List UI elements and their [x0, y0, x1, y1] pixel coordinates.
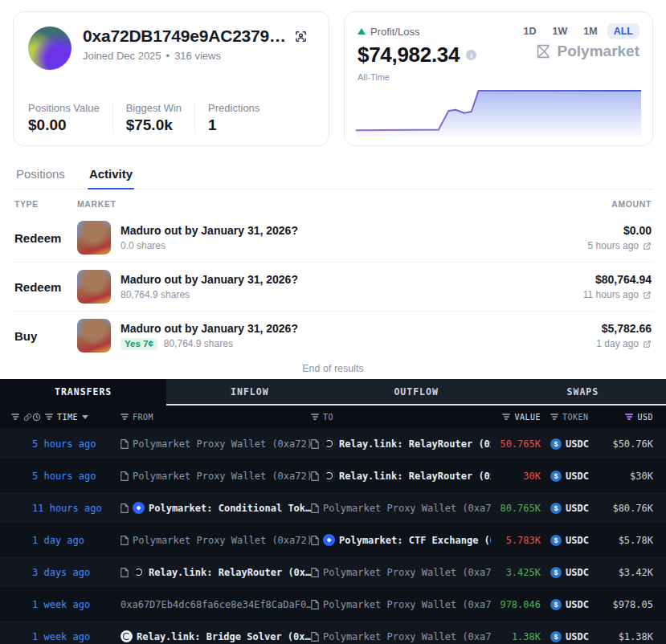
tab-positions[interactable]: Positions	[14, 161, 67, 189]
stat-predictions: Predictions 1	[194, 102, 272, 134]
meta-separator: •	[166, 50, 170, 62]
address-logo-icon	[133, 566, 145, 578]
filter-icon[interactable]	[45, 414, 53, 420]
transfer-time-link[interactable]: 1 week ago	[32, 599, 121, 610]
document-icon[interactable]	[311, 568, 319, 577]
amount-value: $5,782.66	[499, 322, 652, 335]
usdc-icon: $	[550, 567, 562, 578]
info-icon[interactable]: i	[466, 50, 476, 60]
market-title[interactable]: Maduro out by January 31, 2026?	[121, 322, 298, 335]
timeframe-switcher: 1D1W1MALL	[517, 23, 639, 39]
to-address[interactable]: Polymarket: CTF Exchange (0…	[311, 534, 491, 546]
timeframe-1m[interactable]: 1M	[577, 23, 603, 39]
from-address[interactable]: Polymarket Proxy Wallet (0xa72)	[121, 471, 311, 482]
filter-icon-active[interactable]	[625, 414, 633, 420]
filter-icon[interactable]	[550, 414, 558, 420]
transfer-row[interactable]: 5 hours ago Polymarket Proxy Wallet (0xa…	[0, 460, 666, 492]
to-address[interactable]: Polymarket Proxy Wallet (0xa72)	[311, 599, 491, 610]
token-cell: $ USDC	[541, 599, 600, 610]
transfer-row[interactable]: 1 week ago Relay.link: Bridge Solver (0x…	[0, 621, 666, 644]
usd-value: $50.76K	[600, 438, 653, 450]
market-title[interactable]: Maduro out by January 31, 2026?	[121, 224, 298, 237]
link-icon[interactable]	[23, 413, 32, 422]
external-link-icon[interactable]	[643, 291, 652, 300]
activity-row[interactable]: Redeem Maduro out by January 31, 2026? 0…	[13, 214, 653, 263]
token-cell: $ USDC	[541, 535, 600, 546]
from-address[interactable]: 0xa67D7Eb4dc68fa6ce8e34Ef8CaDaF0…	[121, 599, 311, 610]
header-from[interactable]: FROM	[121, 413, 311, 422]
polymarket-brand: Polymarket	[534, 43, 639, 60]
header-time[interactable]: TIME	[32, 413, 121, 422]
document-icon[interactable]	[121, 568, 129, 577]
activity-row[interactable]: Redeem Maduro out by January 31, 2026? 8…	[13, 263, 653, 312]
from-address[interactable]: Polymarket: Conditional Tok…	[121, 502, 311, 514]
address-logo-icon	[323, 438, 335, 450]
market-title[interactable]: Maduro out by January 31, 2026?	[121, 273, 298, 286]
profile-stats: Positions Value $0.00 Biggest Win $75.0k…	[28, 102, 314, 134]
timeframe-1w[interactable]: 1W	[546, 23, 574, 39]
transfer-row[interactable]: 1 day ago Polymarket Proxy Wallet (0xa72…	[0, 524, 666, 556]
document-icon[interactable]	[311, 536, 319, 545]
header-to[interactable]: TO	[311, 413, 491, 422]
from-address[interactable]: Relay.link: RelayRouter (0x…	[121, 566, 311, 578]
transfer-time-link[interactable]: 3 days ago	[32, 567, 121, 578]
transfers-tab-transfers[interactable]: TRANSFERS	[0, 379, 166, 406]
external-link-icon[interactable]	[643, 340, 652, 348]
document-icon[interactable]	[311, 600, 319, 609]
filter-icon[interactable]	[121, 414, 129, 420]
from-address[interactable]: Polymarket Proxy Wallet (0xa72)	[121, 438, 311, 450]
document-icon[interactable]	[121, 471, 129, 481]
to-address[interactable]: Polymarket Proxy Wallet (0xa72)	[311, 631, 491, 642]
to-address[interactable]: Relay.link: RelayRouter (0x…	[311, 438, 491, 450]
time-ago: 1 day ago	[596, 338, 639, 349]
joined-date: Joined Dec 2025	[83, 50, 161, 62]
amount-value: $80,764.94	[499, 273, 652, 286]
usd-value: $1.38K	[600, 631, 653, 642]
header-usd[interactable]: USD	[600, 413, 653, 422]
document-icon[interactable]	[311, 503, 319, 513]
shares-label: 80,764.9 shares	[164, 338, 233, 349]
to-address[interactable]: Relay.link: RelayRouter (0x…	[311, 470, 491, 482]
to-address[interactable]: Polymarket Proxy Wallet (0xa72)	[311, 567, 491, 578]
chevron-down-icon[interactable]	[82, 415, 88, 419]
transfers-tab-swaps[interactable]: SWAPS	[500, 379, 666, 406]
amount-value: $0.00	[499, 224, 652, 237]
header-filter-link[interactable]	[11, 413, 32, 422]
external-link-icon[interactable]	[643, 242, 652, 251]
from-address[interactable]: Relay.link: Bridge Solver (0x…	[121, 630, 311, 642]
tab-activity[interactable]: Activity	[88, 161, 134, 189]
document-icon[interactable]	[311, 632, 319, 642]
filter-icon[interactable]	[311, 414, 319, 420]
activity-row[interactable]: Buy Maduro out by January 31, 2026? Yes …	[13, 312, 653, 360]
market-thumbnail	[77, 221, 111, 255]
transfer-row[interactable]: 1 week ago 0xa67D7Eb4dc68fa6ce8e34Ef8CaD…	[0, 589, 666, 621]
document-icon[interactable]	[121, 503, 129, 513]
from-address[interactable]: Polymarket Proxy Wallet (0xa72)	[121, 535, 311, 546]
stat-positions-value: Positions Value $0.00	[28, 102, 112, 134]
transfers-list: 5 hours ago Polymarket Proxy Wallet (0xa…	[0, 428, 666, 644]
transfers-tab-outflow[interactable]: OUTFLOW	[333, 379, 500, 406]
transfer-time-link[interactable]: 5 hours ago	[32, 438, 121, 450]
timeframe-all[interactable]: ALL	[607, 23, 639, 39]
transfer-time-link[interactable]: 11 hours ago	[32, 503, 121, 514]
header-token[interactable]: TOKEN	[541, 413, 600, 422]
transfer-value: 5.783K	[491, 535, 541, 546]
profile-scan-icon[interactable]	[294, 30, 308, 43]
document-icon[interactable]	[311, 471, 319, 481]
header-value[interactable]: VALUE	[491, 413, 541, 422]
document-icon[interactable]	[121, 439, 129, 449]
transfer-time-link[interactable]: 5 hours ago	[32, 471, 121, 482]
document-icon[interactable]	[121, 536, 129, 545]
to-address[interactable]: Polymarket Proxy Wallet (0xa72)	[311, 503, 491, 514]
transfer-row[interactable]: 3 days ago Relay.link: RelayRouter (0x… …	[0, 556, 666, 589]
filter-icon[interactable]	[11, 414, 19, 420]
transfer-row[interactable]: 5 hours ago Polymarket Proxy Wallet (0xa…	[0, 428, 666, 460]
document-icon[interactable]	[311, 439, 319, 449]
transfer-time-link[interactable]: 1 week ago	[32, 631, 121, 642]
activity-header: TYPE MARKET AMOUNT	[13, 190, 653, 214]
transfer-row[interactable]: 11 hours ago Polymarket: Conditional Tok…	[0, 492, 666, 524]
filter-icon[interactable]	[502, 414, 510, 420]
transfer-time-link[interactable]: 1 day ago	[32, 535, 121, 546]
timeframe-1d[interactable]: 1D	[517, 23, 543, 39]
transfers-tab-inflow[interactable]: INFLOW	[166, 379, 333, 406]
